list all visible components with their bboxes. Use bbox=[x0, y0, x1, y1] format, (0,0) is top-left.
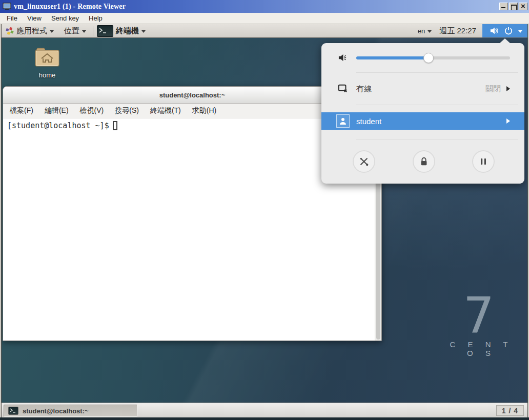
menu-help[interactable]: Help bbox=[89, 14, 103, 22]
folder-icon bbox=[34, 46, 60, 68]
places-label: 位置 bbox=[64, 26, 79, 36]
window-titlebar[interactable]: vm_linuxuser1 (1) - Remote Viewer bbox=[0, 0, 529, 13]
pause-icon bbox=[480, 157, 487, 166]
popup-divider bbox=[356, 72, 518, 73]
user-avatar bbox=[336, 114, 350, 128]
workspace-switcher[interactable]: 1 / 4 bbox=[496, 405, 524, 416]
terminal-prompt: [student@localhost ~]$ bbox=[7, 121, 109, 130]
terminal-menu-view[interactable]: 檢視(V) bbox=[80, 106, 104, 115]
volume-icon bbox=[490, 27, 499, 35]
desktop: home student@localhost:~ 檔案(F) 編輯(E) 檢視(… bbox=[0, 38, 529, 403]
terminal-cursor bbox=[113, 121, 117, 130]
minimize-button[interactable] bbox=[499, 3, 508, 10]
screen-bottom-edge bbox=[0, 417, 529, 420]
menu-send-key[interactable]: Send key bbox=[51, 14, 79, 22]
window-list-taskbar: student@localhost:~ 1 / 4 bbox=[0, 403, 529, 417]
lock-button[interactable] bbox=[413, 150, 435, 173]
window-menubar: File View Send key Help bbox=[0, 13, 529, 24]
applications-icon bbox=[5, 27, 14, 35]
volume-slider[interactable] bbox=[356, 56, 510, 59]
window-frame-left bbox=[0, 24, 2, 417]
speaker-icon bbox=[338, 53, 348, 62]
system-status-menu[interactable] bbox=[482, 24, 529, 37]
taskbar-task-label: student@localhost:~ bbox=[23, 407, 89, 415]
close-button[interactable] bbox=[519, 3, 527, 10]
settings-tools-icon bbox=[359, 156, 369, 167]
terminal-menu-terminal[interactable]: 終端機(T) bbox=[150, 106, 181, 115]
applications-menu[interactable]: 應用程式 bbox=[0, 24, 59, 37]
wired-status: 關閉 bbox=[485, 84, 501, 94]
chevron-right-icon bbox=[506, 118, 510, 124]
lock-icon bbox=[419, 156, 429, 167]
network-off-icon bbox=[337, 84, 349, 94]
home-folder-icon[interactable]: home bbox=[30, 46, 65, 79]
menu-view[interactable]: View bbox=[27, 14, 42, 22]
wired-label: 有線 bbox=[356, 84, 372, 94]
wired-network-row[interactable]: 有線 關閉 bbox=[321, 80, 524, 97]
centos-wordmark: C E N T O S bbox=[443, 340, 515, 357]
power-icon bbox=[504, 27, 513, 35]
terminal-task-icon bbox=[8, 407, 18, 415]
settings-button[interactable] bbox=[353, 150, 375, 173]
maximize-button[interactable] bbox=[509, 3, 518, 10]
gnome-top-panel: 應用程式 位置 終端機 en 週五 22:27 bbox=[0, 24, 529, 38]
active-app-label: 終端機 bbox=[116, 26, 139, 36]
window-title: vm_linuxuser1 (1) - Remote Viewer bbox=[14, 3, 126, 11]
terminal-menu-edit[interactable]: 編輯(E) bbox=[45, 106, 69, 115]
clock[interactable]: 週五 22:27 bbox=[436, 26, 482, 36]
user-icon bbox=[339, 117, 347, 125]
terminal-title: student@localhost:~ bbox=[159, 91, 226, 99]
terminal-menu-file[interactable]: 檔案(F) bbox=[10, 106, 33, 115]
remote-viewer-window: vm_linuxuser1 (1) - Remote Viewer File V… bbox=[0, 0, 529, 420]
popup-divider bbox=[356, 105, 518, 105]
chevron-down-icon bbox=[82, 30, 86, 33]
chevron-down-icon bbox=[50, 30, 54, 33]
system-status-popup: 有線 關閉 student bbox=[321, 43, 524, 184]
suspend-button[interactable] bbox=[472, 150, 495, 173]
panel-separator bbox=[93, 26, 93, 36]
home-folder-label: home bbox=[30, 71, 65, 79]
centos-version: 7 bbox=[443, 293, 515, 338]
user-row[interactable]: student bbox=[321, 112, 524, 130]
chevron-right-icon bbox=[506, 86, 510, 91]
terminal-menu-help[interactable]: 求助(H) bbox=[192, 106, 216, 115]
volume-slider-fill bbox=[356, 56, 429, 59]
keyboard-layout-menu[interactable]: en bbox=[413, 27, 436, 35]
terminal-menu-search[interactable]: 搜尋(S) bbox=[115, 106, 139, 115]
popup-divider bbox=[356, 139, 518, 139]
applications-label: 應用程式 bbox=[16, 26, 47, 36]
chevron-down-icon bbox=[141, 30, 146, 33]
remote-viewer-app-icon bbox=[3, 3, 11, 10]
active-app-menu[interactable]: 終端機 bbox=[95, 24, 151, 37]
places-menu[interactable]: 位置 bbox=[59, 24, 91, 37]
chevron-down-icon bbox=[428, 30, 432, 33]
chevron-down-icon bbox=[518, 30, 522, 33]
volume-slider-thumb[interactable] bbox=[423, 53, 434, 63]
menu-file[interactable]: File bbox=[7, 14, 17, 22]
keyboard-layout-label: en bbox=[418, 27, 425, 35]
user-name: student bbox=[356, 117, 381, 126]
centos-branding: 7 C E N T O S bbox=[443, 293, 515, 357]
taskbar-terminal-button[interactable]: student@localhost:~ bbox=[4, 405, 137, 417]
terminal-app-icon bbox=[97, 25, 113, 37]
